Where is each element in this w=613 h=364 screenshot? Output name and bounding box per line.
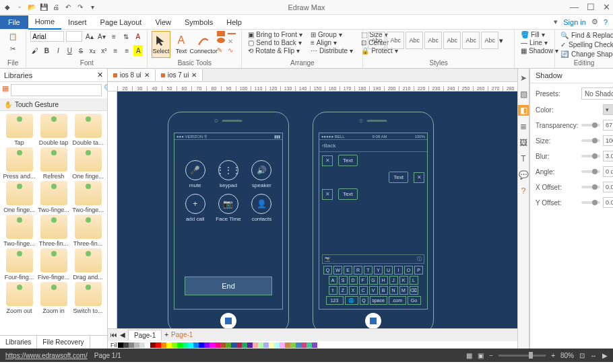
help-tool-icon[interactable]: ? (518, 186, 529, 196)
yoffset-value[interactable]: 0.00 pt⇅ (603, 197, 613, 208)
style-preset-1[interactable]: Abc (368, 32, 385, 49)
lib-add-icon[interactable]: ▦ (2, 84, 9, 96)
call-button[interactable]: +add call (181, 194, 209, 222)
key[interactable]: ⇧ (329, 286, 337, 295)
color-swatch[interactable] (134, 342, 139, 348)
xoffset-slider[interactable] (581, 186, 600, 188)
color-swatch[interactable] (220, 342, 226, 348)
color-swatch[interactable] (129, 342, 134, 348)
view-full-icon[interactable]: ▣ (478, 352, 484, 359)
fit-width-icon[interactable]: ↔ (590, 352, 597, 359)
shape-rect-icon[interactable] (217, 31, 225, 36)
comment-icon[interactable]: 💬 (518, 170, 529, 180)
menu-page-layout[interactable]: Page Layout (94, 15, 149, 29)
page-tab-1[interactable]: Page-1 (128, 330, 162, 340)
key[interactable]: 123 (326, 296, 344, 305)
style-preset-3[interactable]: Abc (406, 32, 423, 49)
key[interactable]: C (359, 286, 368, 295)
color-picker[interactable]: ▾ (603, 104, 613, 115)
style-preset-2[interactable]: Abc (387, 32, 404, 49)
increase-font-icon[interactable]: A▴ (84, 31, 94, 42)
lib-item[interactable]: Two-finge... (71, 181, 104, 213)
lib-item[interactable]: Refresh (37, 147, 70, 180)
key[interactable]: S (339, 276, 348, 285)
group-button[interactable]: ⊞ Group ▾ (309, 31, 355, 38)
key[interactable]: Z (339, 286, 348, 295)
rotate-flip-button[interactable]: ⟲ Rotate & Flip ▾ (246, 47, 304, 54)
key[interactable]: .com (389, 296, 406, 305)
key[interactable]: N (389, 286, 398, 295)
color-swatch[interactable] (118, 342, 123, 348)
tab-close-icon[interactable]: ✕ (191, 71, 197, 79)
key[interactable]: R (354, 266, 362, 275)
fill-tool-icon[interactable]: ▧ (518, 89, 529, 100)
color-swatch[interactable] (199, 342, 204, 348)
help-icon[interactable]: ? (604, 18, 608, 26)
highlight-icon[interactable]: A (133, 45, 143, 56)
key[interactable]: F (359, 276, 368, 285)
key[interactable]: W (333, 266, 342, 275)
color-swatch[interactable] (150, 342, 156, 348)
lib-item[interactable]: Three-fin... (71, 215, 104, 247)
color-swatch[interactable] (188, 342, 193, 348)
key[interactable]: H (379, 276, 388, 285)
lib-tab-libraries[interactable]: Libraries (0, 336, 37, 349)
shadow-button[interactable]: ▦ Shadow ▾ (519, 47, 550, 54)
color-swatch[interactable] (242, 342, 247, 348)
key[interactable]: A (329, 276, 337, 285)
lib-item[interactable]: Two-finge... (3, 215, 36, 247)
lib-item[interactable]: One finge... (71, 147, 104, 180)
superscript-icon[interactable]: x² (99, 45, 108, 56)
key[interactable]: space (370, 296, 387, 305)
open-icon[interactable]: 📂 (27, 3, 36, 12)
select-tool[interactable]: Select (152, 31, 170, 58)
image-tool-icon[interactable]: 🖼 (518, 137, 529, 148)
shadow-panel-icon[interactable]: ◧ (518, 105, 529, 116)
color-swatch[interactable] (226, 342, 231, 348)
libraries-close-icon[interactable]: ✕ (97, 71, 103, 79)
lib-item[interactable]: Five-finge... (37, 248, 70, 281)
home-button-icon[interactable] (220, 313, 236, 328)
bold-icon[interactable]: B (42, 45, 51, 56)
file-menu[interactable]: File (0, 15, 28, 29)
key[interactable]: Q (360, 296, 368, 305)
change-shape-button[interactable]: 🔄 Change Shape ▾ (559, 50, 609, 59)
save-icon[interactable]: 💾 (39, 3, 49, 12)
find-replace-button[interactable]: 🔍 Find & Replace (559, 31, 609, 40)
lib-item[interactable]: Zoom in (37, 282, 70, 314)
zoom-slider[interactable] (498, 355, 546, 357)
qat-dropdown-icon[interactable]: ▾ (88, 3, 97, 12)
page-add-icon[interactable]: + (164, 331, 168, 338)
sign-in-link[interactable]: Sign in (563, 18, 586, 26)
zoom-out-icon[interactable]: − (489, 352, 493, 359)
lib-item[interactable]: Double tap (37, 114, 70, 146)
italic-icon[interactable]: I (53, 45, 63, 56)
key[interactable]: M (399, 286, 408, 295)
color-swatch[interactable] (204, 342, 209, 348)
strike-icon[interactable]: S̶ (76, 45, 86, 56)
print-icon[interactable]: 🖨 (51, 3, 61, 12)
call-button[interactable]: 🔊speaker (248, 160, 276, 188)
key[interactable]: L (410, 276, 418, 285)
key[interactable]: G (369, 276, 378, 285)
font-color-icon[interactable]: A (133, 31, 143, 42)
status-url[interactable]: https://www.edrawsoft.com/ (5, 352, 88, 359)
align-button[interactable]: ≡ Align ▾ (309, 39, 355, 46)
fit-page-icon[interactable]: ⊡ (579, 352, 585, 359)
color-swatch[interactable] (280, 342, 285, 348)
lib-item[interactable]: Two-finge... (37, 181, 70, 213)
lib-item[interactable]: Three-fin... (37, 215, 70, 247)
size-value[interactable]: 100 %⇅ (603, 135, 613, 146)
color-swatch[interactable] (263, 342, 269, 348)
text-tool[interactable]: A Text (172, 31, 191, 58)
lib-category-header[interactable]: ✋ Touch Gesture (0, 99, 107, 111)
nav-back[interactable]: ‹Back (319, 140, 427, 152)
size-slider[interactable] (581, 139, 600, 142)
color-swatch[interactable] (258, 342, 263, 348)
call-button[interactable]: 👤contacts (248, 194, 276, 222)
lib-tab-file-recovery[interactable]: File Recovery (37, 336, 90, 349)
connector-tool[interactable]: Connector (192, 31, 215, 58)
color-swatch[interactable] (139, 342, 145, 348)
underline-icon[interactable]: U (65, 45, 74, 56)
call-button[interactable]: ⋮⋮⋮keypad (214, 160, 242, 188)
